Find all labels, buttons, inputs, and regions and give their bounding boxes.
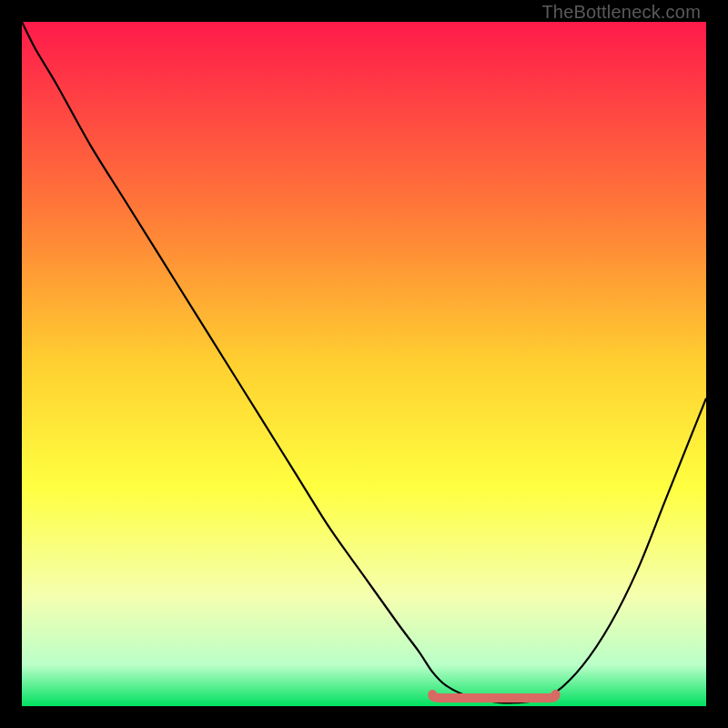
watermark-text: TheBottleneck.com — [541, 2, 701, 23]
gradient-background — [22, 22, 706, 706]
chart-svg — [22, 22, 706, 706]
optimal-region-marker — [432, 694, 555, 698]
chart-frame — [22, 22, 706, 706]
